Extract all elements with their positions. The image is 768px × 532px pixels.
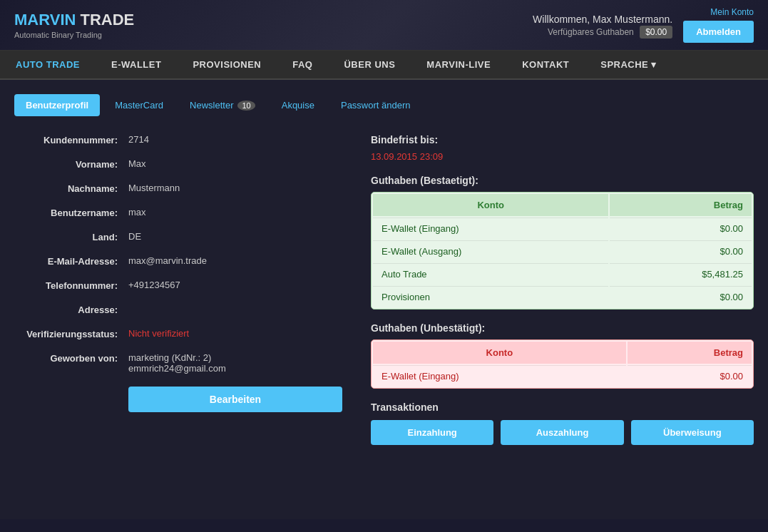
- transaktionen-label: Transaktionen: [371, 401, 754, 413]
- field-kundennummer: Kundennummer: 2714: [14, 134, 342, 145]
- guthaben-unbest-table: Konto Betrag E-Wallet (Eingang) $0.00: [371, 339, 754, 389]
- ueberweisung-button[interactable]: Überweisung: [631, 420, 754, 445]
- label-land: Land:: [14, 231, 128, 242]
- value-benutzername: max: [128, 207, 146, 218]
- tab-mastercard[interactable]: MasterCard: [103, 94, 175, 116]
- cell-betrag: $0.00: [610, 218, 752, 239]
- label-verifizierung: Verifizierungsstatus:: [14, 328, 128, 339]
- field-land: Land: DE: [14, 231, 342, 242]
- logo-marvin: MARVIN: [14, 11, 76, 29]
- field-email: E-Mail-Adresse: max@marvin.trade: [14, 255, 342, 267]
- left-panel: Kundennummer: 2714 Vorname: Max Nachname…: [14, 134, 342, 445]
- cell-betrag: $0.00: [610, 286, 752, 307]
- guthaben-unbest-label: Guthaben (Unbestätigt):: [371, 322, 754, 334]
- tab-benutzerprofil[interactable]: Benutzerprofil: [14, 94, 100, 116]
- label-adresse: Adresse:: [14, 304, 128, 315]
- logo-area: MARVIN TRADE Automatic Binary Trading: [14, 11, 134, 39]
- cell-betrag: $0.00: [628, 365, 752, 387]
- einzahlung-button[interactable]: Einzahlung: [371, 420, 493, 445]
- col-betrag-best: Betrag: [610, 194, 752, 216]
- field-verifizierung: Verifizierungsstatus: Nicht verifiziert: [14, 328, 342, 339]
- nav-item-provisionen[interactable]: PROVISIONEN: [177, 51, 277, 78]
- cell-konto: Provisionen: [373, 286, 608, 307]
- field-geworben: Geworben von: marketing (KdNr.: 2) emmri…: [14, 352, 342, 374]
- nav-item-ueber-uns[interactable]: ÜBER UNS: [328, 51, 411, 78]
- label-kundennummer: Kundennummer:: [14, 134, 128, 145]
- table-row: E-Wallet (Eingang) $0.00: [373, 218, 752, 239]
- tab-passwort-aendern[interactable]: Passwort ändern: [329, 94, 422, 116]
- header-right: Willkommen, Max Mustermann. Verfügbares …: [533, 7, 754, 43]
- field-vorname: Vorname: Max: [14, 158, 342, 170]
- header-account: Mein Konto Abmelden: [683, 7, 754, 43]
- header: MARVIN TRADE Automatic Binary Trading Wi…: [0, 0, 768, 51]
- logo: MARVIN TRADE: [14, 11, 134, 29]
- auszahlung-button[interactable]: Auszahlung: [501, 420, 623, 445]
- main-grid: Kundennummer: 2714 Vorname: Max Nachname…: [14, 134, 754, 445]
- table-row: E-Wallet (Eingang) $0.00: [373, 365, 752, 387]
- guthaben-best-label: Guthaben (Bestaetigt):: [371, 175, 754, 186]
- balance-line: Verfügbares Guthaben $0.00: [533, 27, 672, 37]
- value-vorname: Max: [128, 158, 146, 169]
- label-email: E-Mail-Adresse:: [14, 255, 128, 267]
- abmelden-button[interactable]: Abmelden: [683, 21, 754, 43]
- bindefrist-date: 13.09.2015 23:09: [371, 151, 754, 162]
- right-panel: Bindefrist bis: 13.09.2015 23:09 Guthabe…: [371, 134, 754, 445]
- cell-konto: E-Wallet (Ausgang): [373, 240, 608, 262]
- balance-label: Verfügbares Guthaben: [548, 27, 634, 37]
- label-geworben: Geworben von:: [14, 352, 128, 364]
- value-nachname: Mustermann: [128, 183, 180, 193]
- cell-betrag: $0.00: [610, 240, 752, 262]
- field-telefon: Telefonnummer: +491234567: [14, 280, 342, 291]
- nav-item-sprache[interactable]: SPRACHE ▾: [585, 51, 672, 78]
- cell-konto: E-Wallet (Eingang): [373, 218, 608, 239]
- col-betrag-unbest: Betrag: [628, 342, 752, 364]
- user-info: Willkommen, Max Mustermann. Verfügbares …: [533, 14, 672, 37]
- tab-akquise[interactable]: Akquise: [270, 94, 326, 116]
- value-land: DE: [128, 231, 141, 242]
- logo-trade: TRADE: [76, 11, 134, 29]
- mein-konto-label: Mein Konto: [683, 7, 754, 17]
- label-nachname: Nachname:: [14, 183, 128, 194]
- table-row: Auto Trade $5,481.25: [373, 263, 752, 285]
- value-kundennummer: 2714: [128, 134, 149, 145]
- label-benutzername: Benutzername:: [14, 207, 128, 218]
- field-nachname: Nachname: Mustermann: [14, 183, 342, 194]
- nav-item-kontakt[interactable]: KONTAKT: [506, 51, 585, 78]
- table-row: E-Wallet (Ausgang) $0.00: [373, 240, 752, 262]
- label-telefon: Telefonnummer:: [14, 280, 128, 291]
- tab-newsletter[interactable]: Newsletter 10: [178, 94, 267, 116]
- tabs: Benutzerprofil MasterCard Newsletter 10 …: [14, 94, 754, 116]
- table-row: Provisionen $0.00: [373, 286, 752, 307]
- bearbeiten-button[interactable]: Bearbeiten: [128, 387, 342, 412]
- transaction-buttons: Einzahlung Auszahlung Überweisung: [371, 420, 754, 445]
- field-adresse: Adresse:: [14, 304, 342, 315]
- nav-item-marvin-live[interactable]: MARVIN-LIVE: [411, 51, 506, 78]
- balance-badge: $0.00: [640, 26, 672, 39]
- cell-betrag: $5,481.25: [610, 263, 752, 285]
- value-email: max@marvin.trade: [128, 255, 207, 266]
- nav-item-e-wallet[interactable]: E-WALLET: [96, 51, 177, 78]
- guthaben-best-table: Konto Betrag E-Wallet (Eingang) $0.00 E-…: [371, 192, 754, 310]
- welcome-text: Willkommen, Max Mustermann.: [533, 14, 672, 25]
- main-nav: AUTO TRADE E-WALLET PROVISIONEN FAQ ÜBER…: [0, 51, 768, 80]
- cell-konto: E-Wallet (Eingang): [373, 365, 626, 387]
- newsletter-badge: 10: [237, 101, 255, 111]
- label-vorname: Vorname:: [14, 158, 128, 170]
- value-geworben: marketing (KdNr.: 2) emmrich24@gmail.com: [128, 352, 226, 374]
- cell-konto: Auto Trade: [373, 263, 608, 285]
- nav-item-auto-trade[interactable]: AUTO TRADE: [0, 51, 96, 78]
- value-verifizierung: Nicht verifiziert: [128, 328, 189, 339]
- col-konto-unbest: Konto: [373, 342, 626, 364]
- bindefrist-label: Bindefrist bis:: [371, 134, 754, 145]
- nav-item-faq[interactable]: FAQ: [277, 51, 328, 78]
- field-benutzername: Benutzername: max: [14, 207, 342, 218]
- col-konto-best: Konto: [373, 194, 608, 216]
- value-telefon: +491234567: [128, 280, 180, 290]
- logo-subtitle: Automatic Binary Trading: [14, 31, 134, 39]
- content: Benutzerprofil MasterCard Newsletter 10 …: [0, 80, 768, 519]
